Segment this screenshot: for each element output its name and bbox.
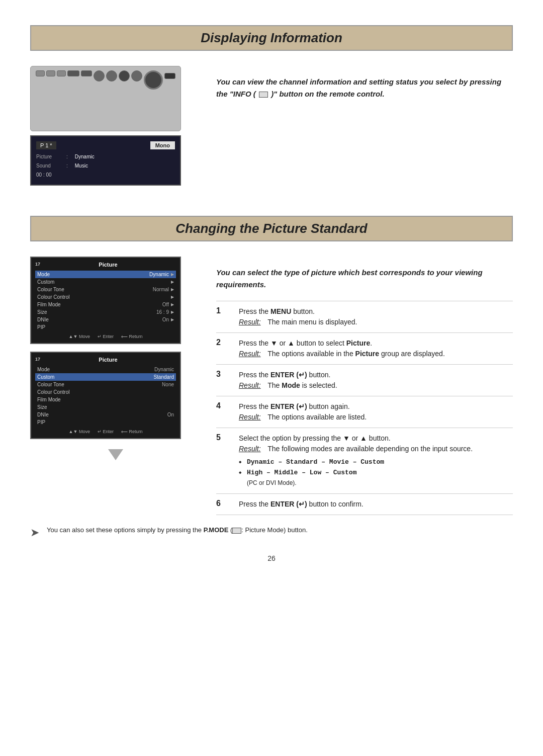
section2-header: Changing the Picture Standard [30, 216, 513, 241]
section2-content: 17 Picture Mode Dynamic Custom [30, 257, 513, 515]
step-result-4: Result: The options available are listed… [239, 412, 513, 423]
menu-row-mode-2: Mode Dynamic [35, 366, 176, 373]
triangle-container [30, 449, 201, 460]
info-label-sound: Sound [36, 161, 61, 171]
section1-left: P 1 * Mono Picture : Dynamic Sound : Mus… [30, 66, 201, 191]
result-label-3: Result: [239, 381, 261, 389]
remote-btn-menu [119, 70, 130, 81]
arrow-sz-1 [171, 310, 174, 314]
menu-value-mode-1: Dynamic [149, 272, 174, 277]
menu-row-size-1: Size 16 : 9 [35, 308, 176, 316]
step-number-6: 6 [216, 499, 229, 510]
remote-btn-1 [36, 70, 45, 76]
step-action-4: Press the ENTER (↵) button again. [239, 401, 513, 412]
step-result-1: Result: The main menu is displayed. [239, 317, 513, 327]
arrow-fm-1 [171, 302, 174, 307]
tip-box: ➤ You can also set these options simply … [30, 525, 513, 539]
tip-text: You can also set these options simply by… [47, 525, 308, 536]
picture-menu-screen-2: 17 Picture Mode Dynamic Custom Standard [30, 352, 181, 439]
remote-control-image [30, 66, 181, 131]
arrow-mode-1 [171, 272, 174, 277]
info-rows: Picture : Dynamic Sound : Music 00 : 00 [36, 152, 175, 180]
menu-row-size-2: Size [35, 403, 176, 411]
tip-arrow-icon: ➤ [30, 526, 39, 539]
menu-channel-2: 17 [35, 357, 40, 362]
menu-row-colourctrl-1: Colour Control [35, 293, 176, 301]
menu-nav-1: ▲▼ Move ↵ Enter ⟵ Return [35, 334, 176, 339]
info-label-picture: Picture [36, 152, 61, 161]
result-label-1: Result: [239, 318, 261, 326]
info-row-sound: Sound : Music [36, 161, 175, 171]
section1-title: Displaying Information [41, 30, 502, 46]
menu-rows-2: Mode Dynamic Custom Standard Colour Tone… [35, 366, 176, 426]
triangle-decoration [108, 449, 123, 460]
bullet-dynamic: Dynamic – Standard – Movie – Custom [239, 457, 513, 468]
menu-title-2: 17 Picture [35, 357, 176, 363]
menu-row-custom-2: Custom Standard [35, 373, 176, 381]
step-3: 3 Press the ENTER (↵) button. Result: Th… [216, 365, 513, 396]
menu-row-colourtone-2: Colour Tone None [35, 381, 176, 388]
section1-header: Displaying Information [30, 25, 513, 51]
bullet-list-5: Dynamic – Standard – Movie – Custom High… [239, 457, 513, 488]
step-number-4: 4 [216, 401, 229, 423]
step-content-5: Select the option by pressing the ▼ or ▲… [239, 433, 513, 488]
section1-intro-text: You can view the channel information and… [216, 76, 513, 100]
step-content-4: Press the ENTER (↵) button again. Result… [239, 401, 513, 423]
step-action-6: Press the ENTER (↵) button to confirm. [239, 499, 513, 510]
pmode-label: P.MODE [204, 526, 229, 534]
arrow-ct-1 [171, 287, 174, 292]
section1-content: P 1 * Mono Picture : Dynamic Sound : Mus… [30, 66, 513, 191]
remote-btn-nav [164, 73, 175, 79]
menu-nav-2: ▲▼ Move ↵ Enter ⟵ Return [35, 429, 176, 434]
step-action-1: Press the MENU button. [239, 306, 513, 317]
step-content-1: Press the MENU button. Result: The main … [239, 306, 513, 327]
info-screen: P 1 * Mono Picture : Dynamic Sound : Mus… [30, 135, 181, 186]
menu-title-1: 17 Picture [35, 262, 176, 268]
info-row-time: 00 : 00 [36, 171, 175, 180]
remote-btn-3 [57, 70, 66, 76]
remote-btn-dpad [144, 70, 163, 90]
step-5: 5 Select the option by pressing the ▼ or… [216, 428, 513, 494]
step-6: 6 Press the ENTER (↵) button to confirm. [216, 494, 513, 515]
remote-btn-sleep [67, 70, 79, 76]
step-4: 4 Press the ENTER (↵) button again. Resu… [216, 396, 513, 428]
menu-row-mode-1: Mode Dynamic [35, 271, 176, 278]
info-value-sound: Music [75, 161, 88, 171]
info-value-picture: Dynamic [75, 152, 95, 161]
step-action-2: Press the ▼ or ▲ button to select Pictur… [239, 338, 513, 349]
info-screen-header: P 1 * Mono [36, 141, 175, 149]
result-text-4: The options available are listed. [267, 413, 367, 421]
menu-rows-1: Mode Dynamic Custom Colour Tone Normal [35, 271, 176, 331]
channel-badge: P 1 * [36, 141, 56, 149]
page-number: 26 [0, 554, 543, 562]
sub-note: (PC or DVI Mode). [247, 479, 297, 486]
remote-btn-round-2 [106, 70, 117, 81]
info-value-time: 00 : 00 [36, 171, 52, 180]
mono-badge: Mono [150, 141, 175, 149]
section2-intro: You can select the type of picture which… [216, 267, 513, 291]
remote-btn-round-1 [94, 70, 105, 81]
menu-row-custom-1: Custom [35, 278, 176, 286]
step-2: 2 Press the ▼ or ▲ button to select Pict… [216, 333, 513, 365]
page: ENG Displaying Information [0, 25, 543, 756]
picture-menu-screen-1: 17 Picture Mode Dynamic Custom [30, 257, 181, 344]
step-content-6: Press the ENTER (↵) button to confirm. [239, 499, 513, 510]
menu-row-colourtone-1: Colour Tone Normal [35, 286, 176, 293]
step-1: 1 Press the MENU button. Result: The mai… [216, 301, 513, 333]
remote-btn-round-3 [131, 70, 142, 81]
arrow-custom-1 [171, 280, 174, 284]
section2-title: Changing the Picture Standard [41, 221, 502, 236]
menu-row-dnie-2: DNIe On [35, 411, 176, 418]
menu-row-dnie-1: DNIe On [35, 316, 176, 323]
menu-row-pip-2: PIP [35, 418, 176, 426]
pmode-icon [232, 528, 241, 534]
step-result-2: Result: The options available in the Pic… [239, 349, 513, 359]
step-number-2: 2 [216, 338, 229, 359]
section1-right: You can view the channel information and… [216, 66, 513, 191]
section-picture-standard: Changing the Picture Standard 17 Picture… [0, 216, 543, 539]
menu-label-mode-1: Mode [37, 272, 50, 277]
step-result-3: Result: The Mode is selected. [239, 380, 513, 391]
step-number-1: 1 [216, 306, 229, 327]
info-row-picture: Picture : Dynamic [36, 152, 175, 161]
section-displaying-information: Displaying Information [0, 25, 543, 191]
